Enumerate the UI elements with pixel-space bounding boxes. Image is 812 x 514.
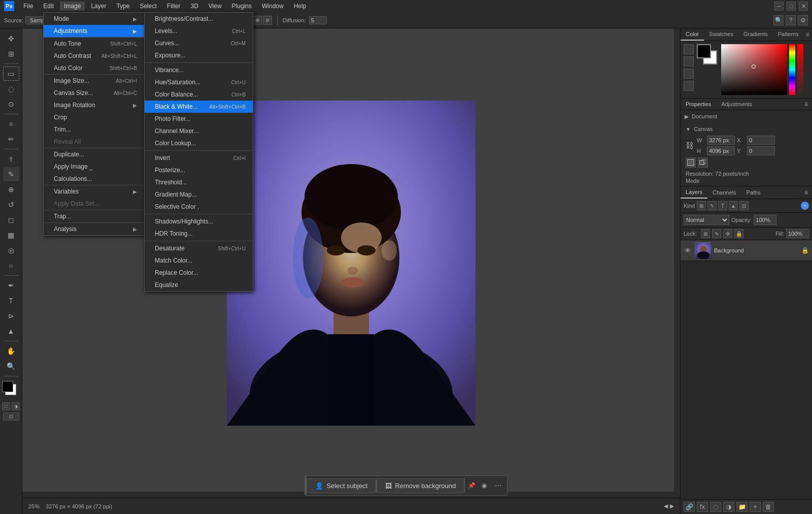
- menu-type[interactable]: Type: [112, 2, 133, 11]
- lock-move-btn[interactable]: ✜: [723, 229, 732, 238]
- minimize-button[interactable]: ─: [774, 2, 784, 11]
- document-section-header[interactable]: ▶ Document: [681, 110, 812, 122]
- path-select-tool[interactable]: ⊳: [3, 309, 19, 323]
- saturation-brightness-box[interactable]: [721, 44, 787, 95]
- type-tool[interactable]: T: [3, 294, 19, 308]
- link-icon[interactable]: ⛓: [686, 141, 694, 150]
- adj-photo-filter[interactable]: Photo Filter...: [145, 113, 253, 125]
- menu-item-mode[interactable]: Mode ▶: [44, 13, 144, 25]
- color-panel-options-btn[interactable]: ≡: [804, 30, 811, 39]
- adj-black-white[interactable]: Black & White... Alt+Shift+Ctrl+B: [145, 101, 253, 113]
- adj-posterize[interactable]: Posterize...: [145, 164, 253, 176]
- adj-desaturate[interactable]: Desaturate Shift+Ctrl+U: [145, 242, 253, 254]
- canvas-size-btn[interactable]: [698, 157, 708, 168]
- opacity-input[interactable]: [754, 215, 776, 225]
- menu-3d[interactable]: 3D: [186, 2, 202, 11]
- adj-color-balance[interactable]: Color Balance... Ctrl+B: [145, 88, 253, 101]
- adj-selective-color[interactable]: Selective Color .: [145, 201, 253, 213]
- fill-input[interactable]: [786, 229, 809, 238]
- diffusion-input[interactable]: [309, 16, 327, 24]
- menu-item-adjustments[interactable]: Adjustments ▶: [44, 25, 144, 37]
- tab-paths[interactable]: Paths: [741, 187, 766, 198]
- lasso-tool[interactable]: ◌: [3, 82, 19, 96]
- fg-bg-colors[interactable]: [697, 44, 718, 66]
- y-input[interactable]: [747, 146, 775, 155]
- quick-select-tool[interactable]: ⊙: [3, 97, 19, 111]
- menu-help[interactable]: Help: [290, 2, 311, 11]
- new-layer-btn[interactable]: +: [750, 502, 761, 512]
- menu-item-calculations[interactable]: Calculations...: [44, 173, 144, 185]
- menu-item-canvas-size[interactable]: Canvas Size... Alt+Ctrl+C: [44, 87, 144, 99]
- props-panel-options-btn[interactable]: ≡: [802, 100, 810, 109]
- search-icon[interactable]: 🔍: [773, 15, 784, 25]
- hand-tool[interactable]: ✋: [3, 344, 19, 358]
- adj-match-color[interactable]: Match Color...: [145, 254, 253, 267]
- filter-type-icon[interactable]: T: [718, 201, 727, 210]
- gradient-tool[interactable]: ▦: [3, 228, 19, 242]
- color-tool-3[interactable]: [684, 69, 694, 79]
- adj-hdr-toning[interactable]: HDR Toning...: [145, 228, 253, 240]
- menu-filter[interactable]: Filter: [163, 2, 185, 11]
- adj-equalize[interactable]: Equalize: [145, 279, 253, 291]
- settings-icon[interactable]: ⚙: [798, 15, 808, 25]
- width-input[interactable]: [707, 136, 735, 145]
- help-icon[interactable]: ?: [786, 15, 796, 25]
- close-button[interactable]: ✕: [799, 2, 808, 11]
- menu-item-auto-contrast[interactable]: Auto Contrast Alt+Shift+Ctrl+L: [44, 50, 144, 62]
- foreground-color-swatch[interactable]: [2, 381, 13, 392]
- menu-item-image-rotation[interactable]: Image Rotation ▶: [44, 99, 144, 111]
- maximize-button[interactable]: □: [787, 2, 796, 11]
- menu-layer[interactable]: Layer: [87, 2, 110, 11]
- move-tool[interactable]: ✜: [3, 31, 19, 46]
- scroll-right-btn[interactable]: ▶: [670, 503, 674, 509]
- menu-item-duplicate[interactable]: Duplicate...: [44, 148, 144, 160]
- menu-select[interactable]: Select: [136, 2, 160, 11]
- adj-gradient-map[interactable]: Gradient Map...: [145, 188, 253, 201]
- filter-adjust-icon[interactable]: ✎: [707, 201, 717, 210]
- layer-item-background[interactable]: 👁 Background 🔒: [681, 240, 812, 261]
- adj-exposure[interactable]: Exposure...: [145, 49, 253, 61]
- hue-bar[interactable]: [789, 44, 795, 95]
- lock-pixels-btn[interactable]: ⊞: [701, 229, 710, 238]
- color-tool-4[interactable]: [684, 81, 694, 91]
- color-swatches-tools[interactable]: [2, 381, 20, 399]
- adj-curves[interactable]: Curves... Ctrl+M: [145, 37, 253, 49]
- adj-levels[interactable]: Levels... Ctrl+L: [145, 25, 253, 37]
- delete-layer-btn[interactable]: 🗑: [763, 502, 774, 512]
- x-input[interactable]: [747, 136, 775, 145]
- quick-mask-mode[interactable]: ◑: [12, 402, 20, 410]
- tab-swatches[interactable]: Swatches: [704, 28, 738, 41]
- select-subject-button[interactable]: 👤 Select subject: [307, 478, 376, 493]
- add-mask-btn[interactable]: ◌: [710, 502, 721, 512]
- remove-background-button[interactable]: 🖼 Remove background: [377, 478, 464, 493]
- adj-color-lookup[interactable]: Color Lookup...: [145, 137, 253, 149]
- adj-shadows-highlights[interactable]: Shadows/Highlights...: [145, 215, 253, 228]
- tab-properties[interactable]: Properties: [681, 99, 716, 110]
- layers-panel-options-btn[interactable]: ≡: [802, 188, 810, 197]
- tab-color[interactable]: Color: [681, 28, 704, 41]
- visibility-icon[interactable]: 👁: [684, 246, 692, 254]
- ignore-adj-icon[interactable]: ⊘: [263, 16, 272, 25]
- menu-item-image-size[interactable]: Image Size... Alt+Ctrl+I: [44, 75, 144, 87]
- adj-hue-saturation[interactable]: Hue/Saturation... Ctrl+U: [145, 76, 253, 88]
- tab-channels[interactable]: Channels: [707, 187, 741, 198]
- adj-threshold[interactable]: Threshold...: [145, 176, 253, 188]
- menu-item-trim[interactable]: Trim...: [44, 123, 144, 136]
- screen-mode-btn[interactable]: ⊡: [3, 412, 19, 421]
- menu-item-apply-image[interactable]: Apply Image _: [44, 160, 144, 173]
- healing-tool[interactable]: ⚕: [3, 152, 19, 166]
- height-input[interactable]: [707, 146, 735, 155]
- tab-adjustments[interactable]: Adjustments: [716, 99, 757, 110]
- alpha-bar[interactable]: [797, 44, 803, 95]
- adj-vibrance[interactable]: Vibrance...: [145, 64, 253, 76]
- filter-pixel-icon[interactable]: ⊞: [697, 201, 706, 210]
- link-layers-btn[interactable]: 🔗: [684, 502, 695, 512]
- menu-view[interactable]: View: [205, 2, 226, 11]
- menu-item-variables[interactable]: Variables ▶: [44, 185, 144, 198]
- color-tool-1[interactable]: [684, 44, 694, 54]
- tab-patterns[interactable]: Patterns: [773, 28, 804, 41]
- tab-layers[interactable]: Layers: [681, 186, 707, 199]
- menu-item-trap[interactable]: Trap...: [44, 210, 144, 222]
- history-tool[interactable]: ↺: [3, 198, 19, 212]
- adj-brightness-contrast[interactable]: Brightness/Contrast...: [145, 13, 253, 25]
